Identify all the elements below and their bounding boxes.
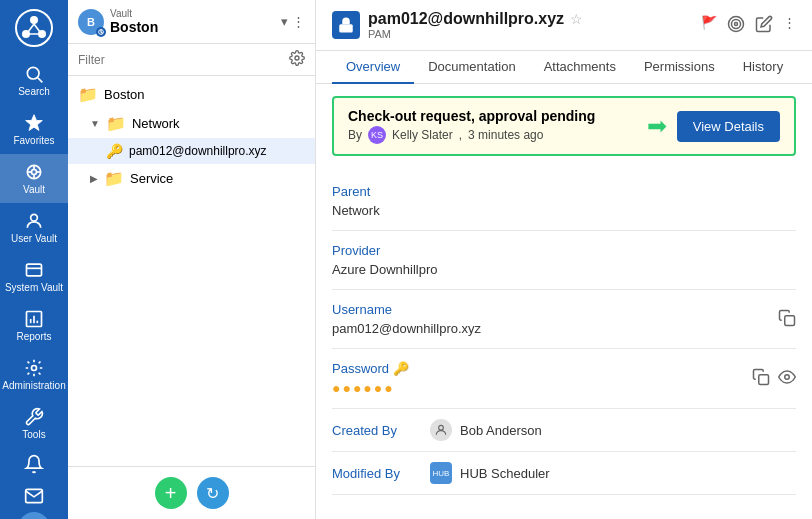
svg-point-29 bbox=[735, 22, 738, 25]
key-icon: 🔑 bbox=[393, 361, 409, 376]
tab-history[interactable]: History bbox=[729, 51, 797, 84]
main-title: pam012@downhillpro.xyz bbox=[368, 10, 564, 28]
svg-line-4 bbox=[28, 24, 34, 32]
nav-item-administration[interactable]: Administration bbox=[0, 350, 68, 399]
svg-point-23 bbox=[32, 366, 37, 371]
tree-label-network: Network bbox=[132, 116, 180, 131]
svg-line-5 bbox=[34, 24, 40, 32]
nav-label-search: Search bbox=[18, 86, 50, 97]
edit-icon[interactable] bbox=[755, 15, 773, 36]
nav-item-vault[interactable]: Vault bbox=[0, 154, 68, 203]
modified-by-value: HUB Scheduler bbox=[460, 466, 550, 481]
copy-password-icon[interactable] bbox=[752, 368, 770, 389]
app-logo bbox=[12, 8, 56, 48]
tree-label-service: Service bbox=[130, 171, 173, 186]
nav-item-search[interactable]: Search bbox=[0, 56, 68, 105]
alert-time: 3 minutes ago bbox=[468, 128, 543, 142]
detail-provider: Provider Azure Downhillpro bbox=[332, 231, 796, 290]
sidebar: B Vault Boston ▾ ⋮ 📁 Boston ▼ 📁 Net bbox=[68, 0, 316, 519]
password-area: Password 🔑 ●●●●●● bbox=[332, 361, 409, 396]
password-dots: ●●●●●● bbox=[332, 380, 409, 396]
vault-badge bbox=[96, 27, 106, 37]
created-by-label: Created By bbox=[332, 423, 422, 438]
password-icons bbox=[752, 368, 796, 389]
nav-item-notifications[interactable] bbox=[0, 448, 68, 480]
detail-password: Password 🔑 ●●●●●● bbox=[332, 349, 796, 409]
nav-label-vault: Vault bbox=[23, 184, 45, 195]
tree-item-network[interactable]: ▼ 📁 Network bbox=[68, 109, 315, 138]
vault-header-icons: ▾ ⋮ bbox=[281, 14, 305, 29]
pam-icon bbox=[332, 11, 360, 39]
pam-item-icon: 🔑 bbox=[106, 143, 123, 159]
vault-name: Boston bbox=[110, 19, 275, 35]
content-area: Check-out request, approval pending By K… bbox=[316, 84, 812, 519]
user-mini-avatar: KS bbox=[368, 126, 386, 144]
svg-line-8 bbox=[38, 78, 43, 83]
main-subtitle: PAM bbox=[368, 28, 693, 40]
svg-point-1 bbox=[30, 16, 38, 24]
filter-bar bbox=[68, 44, 315, 76]
more-options-icon[interactable]: ⋮ bbox=[292, 14, 305, 29]
svg-rect-31 bbox=[759, 375, 769, 385]
parent-value: Network bbox=[332, 203, 796, 218]
nav-item-user-vault[interactable]: User Vault bbox=[0, 203, 68, 252]
more-icon[interactable]: ⋮ bbox=[783, 15, 796, 36]
refresh-button[interactable]: ↻ bbox=[197, 477, 229, 509]
tree-label-pam012: pam012@downhillpro.xyz bbox=[129, 144, 267, 158]
nav-item-tools[interactable]: Tools bbox=[0, 399, 68, 448]
copy-username-icon[interactable] bbox=[778, 309, 796, 330]
modified-by-label: Modified By bbox=[332, 466, 422, 481]
svg-rect-26 bbox=[339, 24, 353, 32]
detail-parent: Parent Network bbox=[332, 172, 796, 231]
tree-item-boston[interactable]: 📁 Boston bbox=[68, 80, 315, 109]
tab-permissions[interactable]: Permissions bbox=[630, 51, 729, 84]
user-avatar[interactable]: G bbox=[18, 512, 50, 519]
add-button[interactable]: + bbox=[155, 477, 187, 509]
folder-icon: 📁 bbox=[106, 114, 126, 133]
username-area: Username pam012@downhillpro.xyz bbox=[332, 302, 481, 336]
alert-title: Check-out request, approval pending bbox=[348, 108, 637, 124]
alert-text-area: Check-out request, approval pending By K… bbox=[348, 108, 637, 144]
tab-logs[interactable]: Logs bbox=[797, 51, 812, 84]
svg-rect-30 bbox=[785, 315, 795, 325]
vault-avatar: B bbox=[78, 9, 104, 35]
tree-item-service[interactable]: ▶ 📁 Service bbox=[68, 164, 315, 193]
nav-label-user-vault: User Vault bbox=[11, 233, 57, 244]
password-label: Password 🔑 bbox=[332, 361, 409, 376]
nav-item-system-vault[interactable]: System Vault bbox=[0, 252, 68, 301]
star-icon[interactable]: ☆ bbox=[570, 11, 583, 27]
flag-icon[interactable]: 🚩 bbox=[701, 15, 717, 36]
reveal-password-icon[interactable] bbox=[778, 368, 796, 389]
username-value: pam012@downhillpro.xyz bbox=[332, 321, 481, 336]
target-icon[interactable] bbox=[727, 15, 745, 36]
created-by-avatar bbox=[430, 419, 452, 441]
view-details-button[interactable]: View Details bbox=[677, 111, 780, 142]
tab-overview[interactable]: Overview bbox=[332, 51, 414, 84]
svg-marker-9 bbox=[26, 115, 43, 131]
chevron-down-icon[interactable]: ▾ bbox=[281, 14, 288, 29]
password-row: Password 🔑 ●●●●●● bbox=[332, 361, 796, 396]
parent-label: Parent bbox=[332, 184, 796, 199]
username-label: Username bbox=[332, 302, 481, 317]
nav-item-reports[interactable]: Reports bbox=[0, 301, 68, 350]
nav-label-reports: Reports bbox=[16, 331, 51, 342]
filter-settings-icon[interactable] bbox=[289, 50, 305, 69]
svg-point-0 bbox=[16, 10, 52, 46]
nav-bottom: G bbox=[0, 448, 68, 519]
tree-item-pam012[interactable]: 🔑 pam012@downhillpro.xyz bbox=[68, 138, 315, 164]
header-icons: 🚩 ⋮ bbox=[701, 15, 796, 36]
arrow-icon: ➡ bbox=[647, 112, 667, 140]
nav-item-messages[interactable] bbox=[0, 480, 68, 512]
modified-by-avatar: HUB bbox=[430, 462, 452, 484]
created-by-value: Bob Anderson bbox=[460, 423, 542, 438]
tab-attachments[interactable]: Attachments bbox=[530, 51, 630, 84]
svg-point-28 bbox=[732, 19, 741, 28]
detail-modified-by: Modified By HUB HUB Scheduler bbox=[332, 452, 796, 495]
nav-label-favorites: Favorites bbox=[13, 135, 54, 146]
detail-username: Username pam012@downhillpro.xyz bbox=[332, 290, 796, 349]
nav-item-favorites[interactable]: Favorites bbox=[0, 105, 68, 154]
alert-banner: Check-out request, approval pending By K… bbox=[332, 96, 796, 156]
main-header: pam012@downhillpro.xyz ☆ PAM 🚩 ⋮ bbox=[316, 0, 812, 51]
tab-documentation[interactable]: Documentation bbox=[414, 51, 529, 84]
filter-input[interactable] bbox=[78, 53, 285, 67]
